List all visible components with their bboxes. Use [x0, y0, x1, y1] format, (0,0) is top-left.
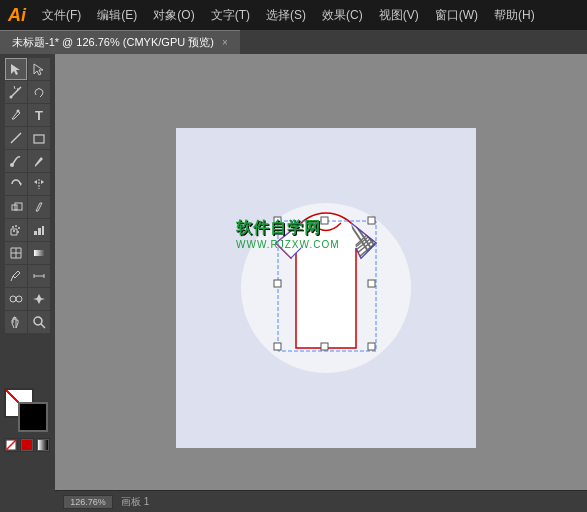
- artboard: 软件自学网 WWW.RJZXW.COM: [176, 128, 476, 448]
- svg-rect-55: [368, 217, 375, 224]
- svg-marker-10: [20, 182, 22, 186]
- svg-line-2: [11, 87, 21, 97]
- svg-point-37: [34, 317, 42, 325]
- tab-bar: 未标题-1* @ 126.76% (CMYK/GPU 预览) ×: [0, 30, 587, 54]
- svg-line-31: [11, 276, 13, 281]
- tool-row-9: [5, 242, 50, 264]
- svg-rect-61: [368, 280, 375, 287]
- tab-label: 未标题-1* @ 126.76% (CMYK/GPU 预览): [12, 35, 214, 50]
- menu-file[interactable]: 文件(F): [38, 5, 85, 26]
- line-tool[interactable]: [5, 127, 27, 149]
- direct-select-tool[interactable]: [28, 58, 50, 80]
- menu-object[interactable]: 对象(O): [149, 5, 198, 26]
- reflect-tool[interactable]: [28, 173, 50, 195]
- svg-line-38: [41, 324, 45, 328]
- svg-rect-15: [15, 203, 22, 210]
- svg-line-7: [11, 133, 21, 143]
- tool-row-10: [5, 265, 50, 287]
- menu-select[interactable]: 选择(S): [262, 5, 310, 26]
- color-mode-icons: [4, 438, 52, 452]
- svg-point-9: [10, 163, 14, 167]
- live-paint-tool[interactable]: [28, 288, 50, 310]
- column-graph-tool[interactable]: [28, 219, 50, 241]
- blend-tool[interactable]: [5, 288, 27, 310]
- measure-tool[interactable]: [28, 265, 50, 287]
- scale-tool[interactable]: [5, 196, 27, 218]
- lasso-tool[interactable]: [28, 81, 50, 103]
- color-section: [4, 388, 52, 452]
- menu-type[interactable]: 文字(T): [207, 5, 254, 26]
- tshirt-container: [226, 188, 426, 388]
- menu-bar: 文件(F) 编辑(E) 对象(O) 文字(T) 选择(S) 效果(C) 视图(V…: [38, 5, 539, 26]
- menu-help[interactable]: 帮助(H): [490, 5, 539, 26]
- svg-line-4: [14, 86, 15, 89]
- tool-row-12: [5, 311, 50, 333]
- type-tool[interactable]: T: [28, 104, 50, 126]
- mesh-tool[interactable]: [5, 242, 27, 264]
- svg-point-6: [17, 110, 20, 113]
- eyedropper-tool[interactable]: [5, 265, 27, 287]
- svg-marker-1: [34, 64, 43, 75]
- rotate-tool[interactable]: [5, 173, 27, 195]
- symbol-sprayer-tool[interactable]: [5, 219, 27, 241]
- tool-row-8: [5, 219, 50, 241]
- none-icon[interactable]: [4, 438, 18, 452]
- tool-row-5: [5, 150, 50, 172]
- svg-rect-23: [42, 226, 44, 235]
- svg-rect-41: [22, 440, 32, 450]
- svg-rect-21: [34, 231, 37, 235]
- artboard-info: 画板 1: [121, 495, 149, 509]
- tool-row-2: [5, 81, 50, 103]
- rect-tool[interactable]: [28, 127, 50, 149]
- svg-rect-42: [38, 440, 48, 450]
- svg-marker-12: [34, 180, 37, 184]
- tool-row-6: [5, 173, 50, 195]
- tool-row-7: [5, 196, 50, 218]
- menu-effect[interactable]: 效果(C): [318, 5, 367, 26]
- canvas-area: 软件自学网 WWW.RJZXW.COM: [55, 54, 587, 512]
- svg-rect-30: [34, 250, 44, 256]
- tool-row-3: T: [5, 104, 50, 126]
- shear-tool[interactable]: [28, 196, 50, 218]
- zoom-level[interactable]: 126.76%: [63, 495, 113, 509]
- stroke-color[interactable]: [18, 402, 48, 432]
- svg-rect-59: [321, 343, 328, 350]
- svg-point-36: [16, 296, 22, 302]
- tab-close-button[interactable]: ×: [222, 37, 228, 48]
- svg-point-17: [15, 225, 17, 227]
- svg-point-16: [12, 226, 14, 228]
- svg-rect-8: [34, 135, 44, 143]
- svg-marker-13: [41, 180, 44, 184]
- svg-point-19: [13, 230, 15, 232]
- magic-wand-tool[interactable]: [5, 81, 27, 103]
- gradient-tool[interactable]: [28, 242, 50, 264]
- svg-rect-56: [274, 343, 281, 350]
- pencil-tool[interactable]: [28, 150, 50, 172]
- svg-rect-22: [38, 228, 41, 235]
- zoom-tool[interactable]: [28, 311, 50, 333]
- svg-marker-0: [11, 64, 20, 75]
- tool-row-1: [5, 58, 50, 80]
- bottom-bar: 126.76% 画板 1: [55, 490, 587, 512]
- paintbrush-tool[interactable]: [5, 150, 27, 172]
- stroke-fill-area: [4, 388, 50, 434]
- select-tool[interactable]: [5, 58, 27, 80]
- svg-point-35: [10, 296, 16, 302]
- hand-tool[interactable]: [5, 311, 27, 333]
- pen-tool[interactable]: [5, 104, 27, 126]
- tool-row-4: [5, 127, 50, 149]
- svg-rect-54: [274, 217, 281, 224]
- tool-row-11: [5, 288, 50, 310]
- svg-point-3: [10, 96, 13, 99]
- gradient-swatch-icon[interactable]: [36, 438, 50, 452]
- svg-rect-60: [274, 280, 281, 287]
- toolbar: T: [0, 54, 55, 512]
- color-icon[interactable]: [20, 438, 34, 452]
- title-bar: Ai 文件(F) 编辑(E) 对象(O) 文字(T) 选择(S) 效果(C) 视…: [0, 0, 587, 30]
- active-tab[interactable]: 未标题-1* @ 126.76% (CMYK/GPU 预览) ×: [0, 30, 240, 54]
- menu-edit[interactable]: 编辑(E): [93, 5, 141, 26]
- svg-point-18: [18, 227, 20, 229]
- menu-view[interactable]: 视图(V): [375, 5, 423, 26]
- svg-rect-58: [321, 217, 328, 224]
- menu-window[interactable]: 窗口(W): [431, 5, 482, 26]
